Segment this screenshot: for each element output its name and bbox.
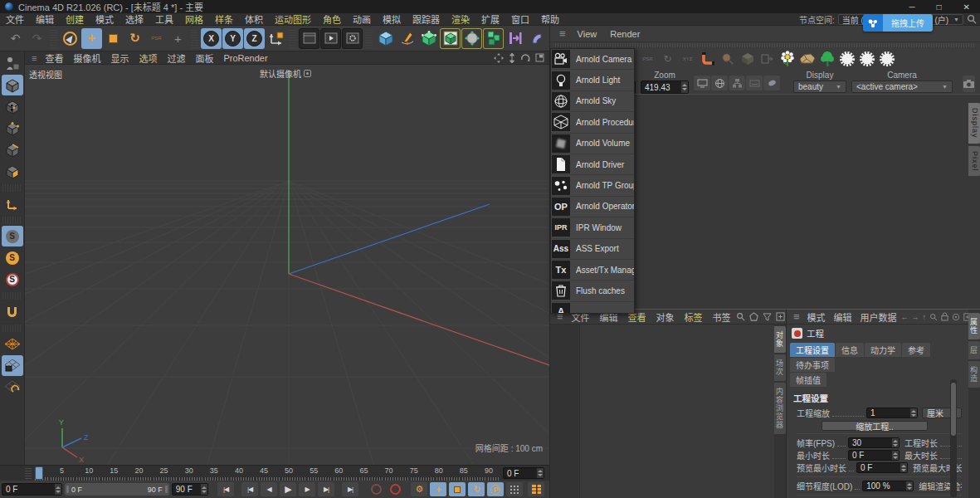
menu-tracker[interactable]: 跟踪器: [407, 12, 446, 26]
polygon-mode-button[interactable]: [2, 161, 23, 182]
field-button[interactable]: [505, 28, 525, 49]
lock-workplane-button[interactable]: [2, 355, 23, 376]
back-icon[interactable]: ←: [901, 313, 909, 321]
camera-name-label[interactable]: 默认摄像机: [260, 67, 311, 80]
key-position-button[interactable]: +: [430, 482, 446, 496]
live-selection-button[interactable]: [60, 28, 80, 49]
menu-item-asset-tx-manager[interactable]: Tx Asset/Tx Manager: [551, 260, 634, 281]
ipr-rotate-button[interactable]: ↻: [658, 50, 677, 69]
menu-item-arnold-tp-group[interactable]: Arnold TP Group: [551, 175, 634, 196]
nodes-button[interactable]: [729, 76, 745, 90]
snap-toggle-button[interactable]: S: [2, 226, 23, 247]
globe-button[interactable]: [711, 76, 728, 90]
tab-objects[interactable]: 对象: [774, 326, 786, 353]
search-icon[interactable]: [736, 312, 745, 321]
tab-layers[interactable]: 层: [968, 341, 980, 359]
range-end-handle[interactable]: [165, 486, 168, 493]
ipr-xyz-button[interactable]: XYZ: [678, 50, 697, 69]
pan-view-icon[interactable]: [494, 53, 504, 63]
x-axis-lock-button[interactable]: X: [201, 28, 222, 49]
goto-end-button[interactable]: ▶|: [342, 482, 358, 496]
vp-menu-display[interactable]: 显示: [105, 51, 134, 65]
tab-keyframe-interp[interactable]: 帧插值: [790, 373, 826, 387]
next-frame-button[interactable]: ▶: [299, 482, 315, 496]
starburst-button-3[interactable]: [877, 50, 896, 69]
boole-modeling-button[interactable]: [440, 28, 461, 49]
menu-render[interactable]: 渲染: [446, 12, 475, 26]
menu-help[interactable]: 帮助: [535, 12, 565, 26]
record-position-button[interactable]: [368, 482, 384, 496]
vp-menu-panel[interactable]: 面板: [190, 51, 218, 65]
lock-icon[interactable]: [941, 312, 948, 321]
coordinate-system-button[interactable]: [266, 28, 286, 49]
om-menu-objects[interactable]: 对象: [651, 310, 680, 324]
spinner-icon[interactable]: [905, 481, 913, 491]
ipr-export-button[interactable]: [758, 50, 777, 69]
menu-simulate[interactable]: 模拟: [377, 12, 407, 26]
menu-mode[interactable]: 模式: [90, 12, 119, 26]
next-key-button[interactable]: ▶|: [318, 482, 334, 496]
spinner-icon[interactable]: [200, 484, 207, 495]
target-icon[interactable]: [952, 313, 960, 321]
frame-ruler[interactable]: 051015202530354045505560657075808590: [33, 466, 500, 481]
solo-button[interactable]: [528, 482, 544, 496]
attr-menu-edit[interactable]: 编辑: [830, 310, 856, 324]
tab-pixel[interactable]: Pixel: [968, 146, 980, 177]
magnet-snap-button[interactable]: [2, 301, 23, 322]
min-time-input[interactable]: 0 F: [848, 450, 900, 461]
tab-takes[interactable]: 场次: [774, 354, 786, 381]
scale-tool-button[interactable]: [103, 28, 124, 49]
scrollbar-thumb[interactable]: [951, 383, 956, 436]
prev-frame-button[interactable]: ◀: [261, 482, 277, 496]
axis-modify-button[interactable]: +: [168, 28, 188, 49]
move-tool-button[interactable]: +: [81, 28, 102, 49]
display-dropdown[interactable]: beauty▼: [793, 81, 846, 93]
home-icon[interactable]: [749, 312, 758, 321]
attr-menu-mode[interactable]: 模式: [803, 310, 830, 324]
vp-menu-view[interactable]: 查看: [40, 51, 68, 65]
menu-create[interactable]: 创建: [60, 12, 90, 26]
render-settings-button[interactable]: [342, 28, 363, 49]
menu-select[interactable]: 选择: [119, 12, 149, 26]
menu-spline[interactable]: 样条: [209, 12, 239, 26]
filter-icon[interactable]: [763, 313, 772, 321]
preview-range-slider[interactable]: 0 F 90 F: [65, 483, 169, 496]
spinner-icon[interactable]: [900, 463, 907, 472]
menu-item-arnold-light[interactable]: Arnold Light: [551, 70, 634, 90]
render-view-button[interactable]: [299, 28, 319, 49]
spinner-icon[interactable]: [891, 451, 899, 460]
up-icon[interactable]: ↑: [923, 313, 927, 321]
keyboard-button[interactable]: [746, 76, 763, 90]
zoom-input[interactable]: 419.43: [641, 81, 689, 94]
add-cube-button[interactable]: [375, 28, 396, 49]
spinner-icon[interactable]: [680, 81, 688, 93]
ipr-menu-view[interactable]: View: [572, 29, 603, 39]
snap-settings-button[interactable]: S: [2, 269, 23, 290]
hamburger-icon[interactable]: ≡: [28, 53, 40, 63]
tab-info[interactable]: 信息: [836, 343, 864, 357]
menu-mesh[interactable]: 网格: [179, 12, 209, 26]
search-icon[interactable]: [929, 313, 938, 321]
om-menu-bookmarks[interactable]: 书签: [708, 310, 736, 324]
spinner-icon[interactable]: [536, 468, 544, 478]
rotate-tool-button[interactable]: ↻: [124, 28, 145, 49]
dolly-view-icon[interactable]: [509, 53, 515, 63]
timeline-ruler[interactable]: 051015202530354045505560657075808590 0 F: [0, 465, 549, 481]
plane-mode-button[interactable]: [2, 377, 23, 398]
metaball-button[interactable]: [461, 28, 482, 49]
tab-project-settings[interactable]: 工程设置: [790, 343, 835, 357]
tab-display[interactable]: Display: [968, 103, 980, 144]
current-frame-input[interactable]: 0 F: [503, 467, 544, 479]
forward-icon[interactable]: →: [912, 313, 919, 321]
menu-extensions[interactable]: 扩展: [475, 12, 505, 26]
point-mode-button[interactable]: [2, 118, 23, 139]
viewport-panel[interactable]: ≡ 查看 摄像机 显示 选项 过滤 面板 ProRender: [25, 51, 549, 465]
menu-character[interactable]: 角色: [317, 12, 347, 26]
tab-reference[interactable]: 参考: [902, 343, 930, 357]
search-icon[interactable]: [967, 14, 977, 24]
autokey-button[interactable]: ⚙: [411, 482, 427, 496]
quantize-toggle-button[interactable]: S: [2, 247, 23, 268]
toggle-panel-icon[interactable]: [535, 53, 544, 62]
key-scale-button[interactable]: [449, 482, 466, 496]
render-picture-viewer-button[interactable]: [320, 28, 341, 49]
